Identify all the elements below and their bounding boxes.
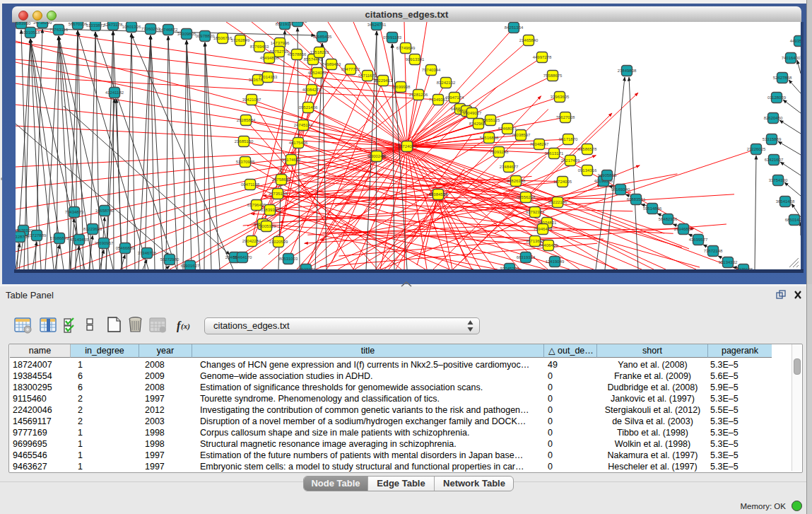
svg-text:77360260: 77360260 (141, 27, 160, 31)
svg-text:50983930: 50983930 (16, 22, 31, 25)
svg-text:47143455: 47143455 (70, 238, 89, 242)
svg-text:76627028: 76627028 (556, 115, 575, 119)
svg-text:10801326: 10801326 (122, 25, 141, 29)
svg-text:54516808: 54516808 (480, 136, 499, 140)
svg-text:77014363: 77014363 (259, 75, 278, 79)
svg-text:73872148: 73872148 (704, 249, 723, 253)
svg-text:60883561: 60883561 (627, 197, 646, 201)
svg-text:16658760: 16658760 (95, 209, 114, 213)
svg-text:23226025: 23226025 (747, 147, 766, 151)
svg-text:29042284: 29042284 (242, 239, 261, 243)
svg-text:80531003: 80531003 (279, 257, 298, 261)
svg-text:69985435: 69985435 (313, 35, 332, 39)
svg-text:90229413: 90229413 (374, 78, 393, 83)
svg-text:93792374: 93792374 (526, 210, 545, 214)
svg-text:62473178: 62473178 (104, 23, 123, 27)
svg-text:04711671: 04711671 (358, 74, 377, 78)
svg-text:64746872: 64746872 (159, 28, 178, 32)
svg-text:05466889: 05466889 (116, 246, 135, 250)
svg-text:73763116: 73763116 (49, 28, 69, 32)
svg-text:90913341: 90913341 (406, 57, 425, 62)
svg-text:56482366: 56482366 (659, 217, 678, 221)
svg-text:95171870: 95171870 (559, 137, 578, 141)
svg-text:18506716: 18506716 (213, 36, 233, 40)
svg-text:19384554: 19384554 (429, 192, 448, 197)
svg-text:77434873: 77434873 (65, 210, 84, 214)
svg-text:04556238: 04556238 (517, 195, 536, 199)
svg-text:66319314: 66319314 (517, 255, 536, 259)
svg-text:41241182: 41241182 (105, 90, 124, 95)
svg-text:09521456: 09521456 (299, 105, 318, 110)
svg-text:75655125: 75655125 (481, 118, 500, 122)
svg-text:36541458: 36541458 (776, 199, 795, 204)
svg-text:49578856: 49578856 (288, 52, 307, 57)
svg-text:74989413: 74989413 (322, 62, 341, 66)
svg-text:45494808: 45494808 (260, 56, 279, 60)
svg-text:43524082: 43524082 (308, 71, 327, 75)
svg-text:83242102: 83242102 (437, 81, 456, 85)
svg-text:34624751: 34624751 (367, 23, 387, 27)
svg-text:27849808: 27849808 (618, 69, 637, 73)
svg-text:07991183: 07991183 (383, 35, 402, 40)
svg-text:40084271: 40084271 (302, 88, 322, 92)
svg-text:01128059: 01128059 (767, 95, 787, 100)
svg-text:23285884: 23285884 (237, 118, 256, 122)
svg-text:44935348: 44935348 (790, 39, 801, 43)
svg-text:98169340: 98169340 (611, 187, 630, 192)
svg-text:85574443: 85574443 (304, 57, 323, 62)
svg-text:29946804: 29946804 (674, 227, 693, 231)
svg-text:09134316: 09134316 (578, 168, 597, 173)
svg-text:94406409: 94406409 (539, 243, 558, 247)
svg-text:51370985: 51370985 (236, 160, 255, 164)
svg-text:74016400: 74016400 (782, 56, 801, 60)
svg-text:2300245: 2300245 (368, 154, 385, 158)
svg-text:63421607: 63421607 (765, 158, 784, 162)
svg-text:21020539: 21020539 (269, 240, 288, 244)
svg-text:81223623: 81223623 (83, 227, 102, 231)
svg-text:69901627: 69901627 (181, 264, 200, 268)
svg-text:18699938: 18699938 (392, 85, 411, 89)
svg-text:75588675: 75588675 (543, 74, 563, 78)
svg-text:99049027: 99049027 (463, 111, 482, 115)
svg-text:39421047: 39421047 (242, 98, 261, 102)
svg-text:43699577: 43699577 (689, 238, 708, 242)
svg-text:52427868: 52427868 (773, 76, 792, 80)
svg-text:48175496: 48175496 (289, 141, 308, 145)
svg-text:76038597: 76038597 (512, 133, 531, 137)
svg-text:26217459: 26217459 (561, 158, 580, 163)
svg-text:26758692: 26758692 (272, 177, 291, 182)
svg-text:53315869: 53315869 (763, 137, 782, 141)
svg-text:67749649: 67749649 (396, 46, 416, 50)
svg-text:18724007: 18724007 (398, 144, 417, 148)
svg-text:68501429: 68501429 (785, 218, 801, 222)
svg-text:79740344: 79740344 (422, 68, 441, 72)
svg-text:70348247: 70348247 (530, 142, 549, 146)
svg-text:24745171: 24745171 (294, 123, 313, 127)
svg-text:44997278: 44997278 (533, 55, 552, 59)
svg-text:49947174: 49947174 (445, 95, 464, 100)
svg-text:93174612: 93174612 (282, 158, 301, 162)
svg-text:95134332: 95134332 (719, 260, 738, 264)
svg-text:57262849: 57262849 (231, 38, 250, 42)
svg-text:61796405: 61796405 (247, 203, 266, 207)
svg-text:61586578: 61586578 (578, 147, 597, 151)
svg-text:82620450: 82620450 (764, 116, 783, 120)
svg-text:39005329: 39005329 (257, 224, 276, 228)
svg-text:34738299: 34738299 (33, 22, 52, 25)
svg-text:09477752: 09477752 (341, 67, 360, 71)
svg-text:31727889: 31727889 (28, 233, 47, 238)
svg-text:23685160: 23685160 (235, 139, 254, 144)
svg-text:37346706: 37346706 (138, 251, 157, 255)
svg-text:21465840: 21465840 (519, 38, 539, 42)
svg-text:51333872: 51333872 (86, 23, 105, 28)
svg-text:(x): (x) (181, 322, 190, 331)
svg-text:13518233: 13518233 (310, 50, 329, 54)
svg-text:56670106: 56670106 (69, 22, 88, 26)
svg-text:00978820: 00978820 (196, 34, 215, 38)
svg-text:87769453: 87769453 (250, 45, 269, 49)
svg-text:59514846: 59514846 (643, 206, 662, 211)
svg-text:71093248: 71093248 (490, 150, 509, 154)
svg-text:84251354: 84251354 (505, 25, 524, 30)
svg-text:56272980: 56272980 (160, 257, 180, 262)
svg-text:12419049: 12419049 (546, 259, 565, 264)
